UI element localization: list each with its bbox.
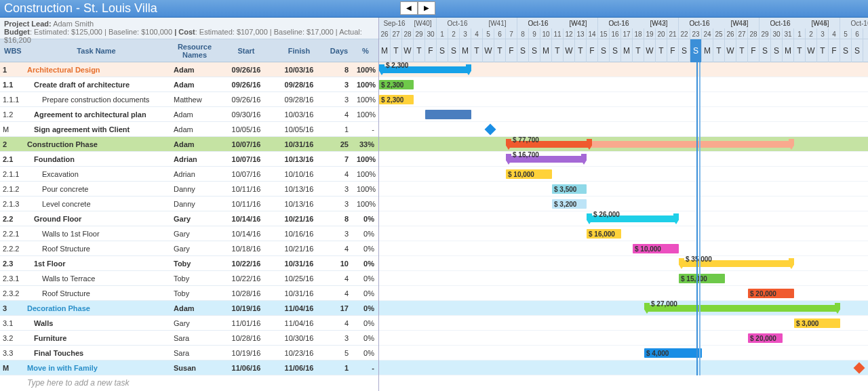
- task-row[interactable]: 2.1.2Pour concreteDanny10/11/1610/13/163…: [0, 182, 378, 197]
- col-finish[interactable]: Finish: [273, 45, 326, 56]
- gantt-row[interactable]: [379, 107, 868, 122]
- nav-next-button[interactable]: ▶: [418, 1, 435, 15]
- col-resource[interactable]: Resource Names: [170, 41, 220, 60]
- gantt-row[interactable]: [379, 122, 868, 137]
- col-start[interactable]: Start: [220, 45, 273, 56]
- task-bar[interactable]: $ 20,000: [748, 333, 783, 343]
- gantt-row[interactable]: $ 10,000: [379, 167, 868, 182]
- cell-task-name[interactable]: Pour concrete: [23, 185, 170, 193]
- cell-finish: 11/04/16: [273, 304, 326, 312]
- gantt-row[interactable]: $ 35,000: [379, 256, 868, 271]
- cell-task-name[interactable]: Level concrete: [23, 200, 170, 208]
- gantt-row[interactable]: $ 2,300: [379, 62, 868, 77]
- add-task-input[interactable]: Type here to add a new task: [0, 375, 378, 390]
- gantt-row[interactable]: $ 27,000: [379, 301, 868, 316]
- cell-task-name[interactable]: Construction Phase: [23, 140, 170, 148]
- nav-prev-button[interactable]: ◀: [400, 1, 418, 15]
- task-bar[interactable]: [425, 110, 471, 119]
- task-row[interactable]: 2.1FoundationAdrian10/07/1610/13/167100%: [0, 152, 378, 167]
- gantt-row[interactable]: $ 3,500: [379, 182, 868, 197]
- gantt-row[interactable]: $ 20,000: [379, 331, 868, 346]
- task-bar[interactable]: $ 3,200: [552, 199, 587, 209]
- task-row[interactable]: 3.3Final TouchesSara10/19/1610/23/1650%: [0, 346, 378, 361]
- cell-task-name[interactable]: Roof Structure: [23, 245, 170, 253]
- task-row[interactable]: 2.31st FloorToby10/22/1610/31/16100%: [0, 256, 378, 271]
- cell-task-name[interactable]: Decoration Phase: [23, 304, 170, 312]
- task-row[interactable]: 2.2Ground FloorGary10/14/1610/21/1680%: [0, 211, 378, 226]
- task-bar[interactable]: $ 10,000: [506, 169, 552, 179]
- gantt-row[interactable]: $ 4,000: [379, 346, 868, 361]
- col-days[interactable]: Days: [326, 45, 353, 56]
- task-bar[interactable]: $ 16,000: [587, 229, 621, 239]
- task-row[interactable]: 2.1.1ExcavationAdrian10/07/1610/10/16410…: [0, 167, 378, 182]
- col-task-name[interactable]: Task Name: [23, 45, 170, 56]
- task-bar[interactable]: $ 2,300: [379, 80, 414, 89]
- task-bar[interactable]: $ 2,300: [379, 95, 414, 104]
- task-row[interactable]: MSign agreement with ClientAdam10/05/161…: [0, 122, 378, 137]
- task-row[interactable]: 2Construction PhaseAdam10/07/1610/31/162…: [0, 137, 378, 152]
- task-bar[interactable]: $ 20,000: [748, 289, 794, 298]
- gantt-row[interactable]: [379, 361, 868, 375]
- task-row[interactable]: 3Decoration PhaseAdam10/19/1611/04/16170…: [0, 301, 378, 316]
- milestone-icon[interactable]: [485, 124, 496, 136]
- cell-task-name[interactable]: Final Touches: [23, 349, 170, 357]
- col-percent[interactable]: %: [353, 45, 378, 56]
- task-bar[interactable]: $ 3,500: [552, 184, 587, 194]
- task-row[interactable]: 2.2.2Roof StructureGary10/18/1610/21/164…: [0, 241, 378, 256]
- cell-task-name[interactable]: Prepare construction documents: [23, 96, 170, 104]
- cell-task-name[interactable]: Walls: [23, 319, 170, 327]
- gantt-row[interactable]: $ 16,700: [379, 152, 868, 167]
- cell-resource: Gary: [170, 319, 220, 327]
- cell-percent: 0%: [353, 274, 378, 283]
- gantt-row[interactable]: $ 20,000: [379, 286, 868, 301]
- task-row[interactable]: 1.1Create draft of architectureAdam09/26…: [0, 77, 378, 92]
- gantt-row[interactable]: $ 2,300: [379, 77, 868, 92]
- cell-task-name[interactable]: Furniture: [23, 334, 170, 342]
- cell-task-name[interactable]: Roof Structure: [23, 289, 170, 297]
- cell-task-name[interactable]: Create draft of architecture: [23, 81, 170, 89]
- task-row[interactable]: 1.2Agreement to architectural planAdam09…: [0, 107, 378, 122]
- task-row[interactable]: 2.3.2Roof StructureToby10/28/1610/31/164…: [0, 286, 378, 301]
- cell-start: 10/07/16: [220, 170, 273, 178]
- cell-start: 09/30/16: [220, 110, 273, 119]
- gantt-row[interactable]: $ 2,300: [379, 92, 868, 107]
- task-row[interactable]: 2.2.1Walls to 1st FloorGary10/14/1610/16…: [0, 226, 378, 241]
- col-wbs[interactable]: WBS: [0, 45, 23, 56]
- gantt-row[interactable]: $ 3,200: [379, 197, 868, 211]
- gantt-chart[interactable]: Sep-16[W40]Oct-16[W41]Oct-16[W42]Oct-16[…: [379, 18, 868, 391]
- gantt-row[interactable]: $ 26,000: [379, 211, 868, 226]
- gantt-row[interactable]: $ 16,000: [379, 226, 868, 241]
- gantt-row[interactable]: $ 77,700: [379, 137, 868, 152]
- task-bar[interactable]: $ 15,000: [679, 274, 725, 283]
- cell-task-name[interactable]: Walls to 1st Floor: [23, 230, 170, 238]
- cell-task-name[interactable]: Move in with Family: [23, 364, 170, 372]
- task-bar[interactable]: $ 3,000: [794, 318, 840, 328]
- gantt-row[interactable]: $ 15,000: [379, 271, 868, 286]
- milestone-icon[interactable]: [854, 363, 865, 374]
- cell-task-name[interactable]: Agreement to architectural plan: [23, 110, 170, 119]
- cell-task-name[interactable]: Ground Floor: [23, 215, 170, 223]
- cell-wbs: 3: [0, 304, 23, 312]
- task-bar[interactable]: $ 10,000: [633, 244, 679, 253]
- task-row[interactable]: 1Architectural DesignAdam09/26/1610/03/1…: [0, 62, 378, 77]
- task-row[interactable]: 2.3.1Walls to TerraceToby10/22/1610/25/1…: [0, 271, 378, 286]
- cell-task-name[interactable]: Sign agreement with Client: [23, 125, 170, 133]
- gantt-row[interactable]: $ 3,000: [379, 316, 868, 331]
- gantt-body[interactable]: $ 2,300$ 2,300$ 2,300$ 77,700$ 16,700$ 1…: [379, 62, 868, 375]
- cell-task-name[interactable]: Foundation: [23, 155, 170, 163]
- task-row[interactable]: 2.1.3Level concreteDanny10/11/1610/13/16…: [0, 197, 378, 211]
- cell-percent: 0%: [353, 215, 378, 223]
- cell-task-name[interactable]: 1st Floor: [23, 260, 170, 268]
- cell-task-name[interactable]: Architectural Design: [23, 66, 170, 74]
- task-bar[interactable]: $ 4,000: [644, 348, 702, 358]
- cell-task-name[interactable]: Excavation: [23, 170, 170, 178]
- cell-resource: Adrian: [170, 170, 220, 178]
- task-row[interactable]: 3.2FurnitureSara10/28/1610/30/1630%: [0, 331, 378, 346]
- task-row[interactable]: 3.1WallsGary11/01/1611/04/1640%: [0, 316, 378, 331]
- gantt-row[interactable]: $ 10,000: [379, 241, 868, 256]
- cell-finish: 10/23/16: [273, 349, 326, 357]
- task-row[interactable]: MMove in with FamilySusan11/06/1611/06/1…: [0, 361, 378, 375]
- cell-days: 5: [326, 349, 353, 357]
- cell-task-name[interactable]: Walls to Terrace: [23, 274, 170, 283]
- task-row[interactable]: 1.1.1Prepare construction documentsMatth…: [0, 92, 378, 107]
